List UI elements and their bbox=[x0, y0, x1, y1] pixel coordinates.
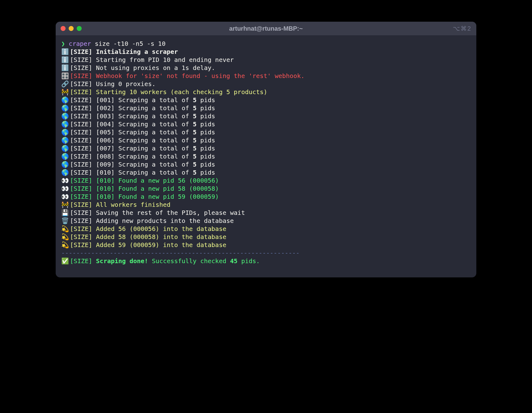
line-icon: 🔗 bbox=[61, 80, 70, 88]
line-text-bold: 5 bbox=[193, 152, 196, 160]
line-text-pre: Scraping a total of bbox=[118, 136, 193, 144]
line-text-post: pids bbox=[196, 136, 215, 144]
log-line: 🎛️[SIZE] Webhook for 'size' not found - … bbox=[61, 72, 471, 80]
zoom-icon[interactable] bbox=[77, 26, 82, 31]
minimize-icon[interactable] bbox=[69, 26, 74, 31]
line-text-post: pids bbox=[196, 104, 215, 112]
line-text: Webhook for 'size' not found - using the… bbox=[96, 72, 304, 80]
line-text-bold: 5 bbox=[193, 144, 196, 152]
log-line: ℹ️[SIZE] Not using proxies on a 1s delay… bbox=[61, 64, 471, 72]
log-line: ℹ️[SIZE] Starting from PID 10 and ending… bbox=[61, 56, 471, 64]
log-line: 👀[SIZE] [010] Found a new pid 59 (000059… bbox=[61, 193, 471, 201]
log-line: 🌎[SIZE] [006] Scraping a total of 5 pids bbox=[61, 136, 471, 144]
line-prefix: [SIZE] [010] bbox=[70, 185, 118, 193]
line-prefix: [SIZE] bbox=[70, 233, 96, 241]
line-text-bold: 5 bbox=[193, 120, 196, 128]
line-text-bold: 5 bbox=[193, 104, 196, 112]
check-icon: ✅ bbox=[61, 257, 70, 265]
line-text: Saving the rest of the PIDs, please wait bbox=[96, 209, 245, 217]
line-text: Found a new pid 58 (000058) bbox=[118, 185, 219, 193]
line-icon: 🌎 bbox=[61, 128, 70, 136]
line-prefix: [SIZE] [002] bbox=[70, 104, 118, 112]
line-icon: 🌎 bbox=[61, 144, 70, 152]
line-prefix: [SIZE] bbox=[70, 209, 96, 217]
line-text-bold: 5 bbox=[193, 112, 196, 120]
line-icon: 💫 bbox=[61, 233, 70, 241]
line-icon: 🌎 bbox=[61, 120, 70, 128]
traffic-lights bbox=[61, 26, 82, 31]
window-shortcut: ⌥⌘2 bbox=[453, 25, 471, 32]
line-text-pre: Scraping a total of bbox=[118, 104, 193, 112]
line-prefix: [SIZE] bbox=[70, 217, 96, 225]
line-prefix: [SIZE] bbox=[70, 80, 96, 88]
log-line: 👀[SIZE] [010] Found a new pid 56 (000056… bbox=[61, 176, 471, 185]
log-line: 🌎[SIZE] [008] Scraping a total of 5 pids bbox=[61, 152, 471, 160]
line-icon: 🚧 bbox=[61, 88, 70, 96]
log-line: 👀[SIZE] [010] Found a new pid 58 (000058… bbox=[61, 185, 471, 193]
line-prefix: [SIZE] bbox=[70, 56, 96, 64]
line-text-post: pids bbox=[196, 160, 215, 168]
line-text: Found a new pid 56 (000056) bbox=[118, 176, 219, 185]
line-text-post: pids bbox=[196, 112, 215, 120]
line-icon: 🌎 bbox=[61, 152, 70, 160]
separator-line: ----------------------------------------… bbox=[61, 249, 471, 257]
line-prefix: [SIZE] bbox=[70, 201, 96, 209]
line-text: All workers finished bbox=[96, 201, 170, 209]
line-icon: 🌎 bbox=[61, 136, 70, 144]
line-text-post: pids bbox=[196, 128, 215, 136]
line-prefix: [SIZE] bbox=[70, 48, 96, 56]
line-prefix: [SIZE] [010] bbox=[70, 176, 118, 185]
prompt-line: ❯ craper size -t10 -n5 -s 10 bbox=[61, 40, 471, 48]
line-icon: 👀 bbox=[61, 185, 70, 193]
log-line: 🌎[SIZE] [002] Scraping a total of 5 pids bbox=[61, 104, 471, 112]
line-text: Starting from PID 10 and ending never bbox=[96, 56, 234, 64]
line-text-bold: 5 bbox=[193, 136, 196, 144]
log-line: 🌎[SIZE] [001] Scraping a total of 5 pids bbox=[61, 96, 471, 104]
line-text-bold: 5 bbox=[193, 128, 196, 136]
prompt-args: size -t10 -n5 -s 10 bbox=[95, 40, 165, 48]
line-text-pre: Scraping a total of bbox=[118, 112, 193, 120]
line-text: Added 58 (000058) into the database bbox=[96, 233, 226, 241]
line-prefix: [SIZE] bbox=[70, 225, 96, 233]
line-prefix: [SIZE] [004] bbox=[70, 120, 118, 128]
done-prefix: [SIZE] bbox=[70, 257, 96, 265]
line-prefix: [SIZE] [010] bbox=[70, 168, 118, 176]
line-text: Using 0 proxies. bbox=[96, 80, 156, 88]
done-count: 45 bbox=[230, 257, 238, 265]
line-text: Added 56 (000056) into the database bbox=[96, 225, 226, 233]
line-text-bold: 5 bbox=[193, 160, 196, 168]
log-line: 💫[SIZE] Added 56 (000056) into the datab… bbox=[61, 225, 471, 233]
terminal-body[interactable]: ❯ craper size -t10 -n5 -s 10 ℹ️[SIZE] In… bbox=[56, 35, 476, 277]
line-text-post: pids bbox=[196, 152, 215, 160]
close-icon[interactable] bbox=[61, 26, 66, 31]
line-prefix: [SIZE] [008] bbox=[70, 152, 118, 160]
line-prefix: [SIZE] bbox=[70, 241, 96, 249]
line-prefix: [SIZE] [001] bbox=[70, 96, 118, 104]
line-icon: 🌎 bbox=[61, 104, 70, 112]
log-line: 🌎[SIZE] [003] Scraping a total of 5 pids bbox=[61, 112, 471, 120]
line-icon: ℹ️ bbox=[61, 64, 70, 72]
line-prefix: [SIZE] [007] bbox=[70, 144, 118, 152]
line-icon: 🗑️ bbox=[61, 217, 70, 225]
done-rest-pre: Successfully checked bbox=[148, 257, 230, 265]
line-icon: ℹ️ bbox=[61, 56, 70, 64]
line-text-pre: Scraping a total of bbox=[118, 120, 193, 128]
line-text-pre: Scraping a total of bbox=[118, 152, 193, 160]
log-line: 🚧[SIZE] Starting 10 workers (each checki… bbox=[61, 88, 471, 96]
line-text: Adding new products into the database bbox=[96, 217, 234, 225]
line-icon: 💾 bbox=[61, 209, 70, 217]
done-bold: Scraping done! bbox=[96, 257, 148, 265]
line-text: Not using proxies on a 1s delay. bbox=[96, 64, 215, 72]
log-line: 💫[SIZE] Added 59 (000059) into the datab… bbox=[61, 241, 471, 249]
line-text-post: pids bbox=[196, 120, 215, 128]
line-icon: 👀 bbox=[61, 193, 70, 201]
line-icon: 👀 bbox=[61, 176, 70, 185]
line-text-post: pids bbox=[196, 144, 215, 152]
log-line: 🌎[SIZE] [009] Scraping a total of 5 pids bbox=[61, 160, 471, 168]
line-prefix: [SIZE] [005] bbox=[70, 128, 118, 136]
line-prefix: [SIZE] bbox=[70, 72, 96, 80]
line-icon: 🚧 bbox=[61, 201, 70, 209]
prompt-command: craper bbox=[69, 40, 91, 48]
prompt-caret: ❯ bbox=[61, 40, 65, 48]
log-line: 🔗[SIZE] Using 0 proxies. bbox=[61, 80, 471, 88]
